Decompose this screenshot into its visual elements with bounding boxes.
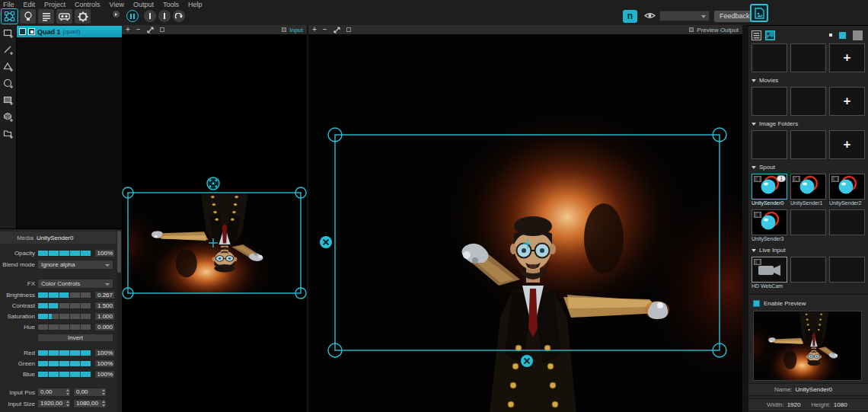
layer-row-quad1[interactable]: Quad 1 (quad)	[17, 26, 122, 37]
edge-handle-left[interactable]	[320, 236, 332, 248]
enable-preview-checkbox[interactable]	[753, 300, 760, 307]
layer-visibility-checkbox[interactable]	[19, 28, 26, 35]
input-canvas-body[interactable]	[122, 34, 307, 412]
actual-size-button[interactable]	[346, 27, 351, 32]
zoom-in-button[interactable]: +	[126, 26, 130, 34]
input-size-y-field[interactable]: 1080,00	[73, 399, 107, 408]
sender-play-button[interactable]	[754, 259, 761, 265]
brightness-value[interactable]: 0.267	[94, 291, 115, 299]
step-back-button[interactable]	[144, 10, 156, 22]
menu-help[interactable]: Help	[188, 1, 203, 8]
menu-edit[interactable]: Edit	[24, 1, 36, 8]
input-pos-y-field[interactable]: 0,00	[73, 388, 107, 397]
preview-canvas-body[interactable]	[308, 34, 742, 412]
actual-size-button[interactable]	[160, 27, 164, 32]
sender-play-button[interactable]	[754, 176, 761, 182]
menu-output[interactable]: Output	[133, 1, 154, 8]
opacity-slider[interactable]	[37, 250, 92, 257]
image-slot-empty[interactable]	[752, 43, 787, 72]
sender-play-button[interactable]	[754, 212, 761, 218]
live-slot-empty[interactable]	[790, 257, 826, 283]
size-small-button[interactable]	[829, 34, 832, 37]
menu-controls[interactable]: Controls	[75, 1, 101, 8]
input-pos-x-field[interactable]: 0,00	[37, 388, 71, 397]
add-ellipse-tool[interactable]	[0, 75, 17, 92]
transform-quad-button[interactable]	[2, 9, 18, 24]
feedback-button[interactable]: Feedback	[714, 11, 755, 22]
section-live-input[interactable]: Live Input	[752, 246, 866, 254]
add-triangle-tool[interactable]	[0, 59, 17, 75]
brightness-slider[interactable]	[37, 292, 92, 299]
spout-slot-empty[interactable]	[790, 209, 826, 235]
movie-slot-empty[interactable]	[790, 87, 826, 116]
add-group-tool[interactable]	[0, 126, 17, 142]
live-input-webcam[interactable]: HD WebCam	[752, 257, 787, 289]
zoom-out-button[interactable]: −	[136, 26, 141, 34]
add-movie-button[interactable]: +	[829, 87, 865, 116]
settings-button[interactable]	[75, 9, 91, 24]
fit-view-icon[interactable]	[147, 27, 154, 34]
spout-sender-0[interactable]: 1 UnitySender0	[752, 174, 787, 206]
blend-mode-dropdown[interactable]: Ignore alpha	[37, 260, 113, 270]
movie-slot-empty[interactable]	[752, 87, 787, 116]
contrast-value[interactable]: 1.500	[94, 302, 115, 310]
edge-handle-bottom[interactable]	[521, 355, 533, 367]
opacity-value[interactable]: 100%	[94, 249, 115, 257]
lamp-button[interactable]	[20, 9, 36, 24]
blue-slider[interactable]	[37, 371, 92, 378]
projector-button[interactable]	[56, 9, 72, 24]
zoom-out-button[interactable]: −	[323, 26, 327, 34]
loop-button[interactable]	[173, 10, 185, 22]
invert-button[interactable]: Invert	[37, 334, 113, 342]
output-select-dropdown[interactable]	[659, 11, 710, 21]
step-forward-button[interactable]	[158, 10, 171, 22]
green-slider[interactable]	[37, 360, 92, 367]
add-mask-tool[interactable]	[0, 92, 17, 109]
spout-sender-1[interactable]: UnitySender1	[790, 174, 826, 206]
green-value[interactable]: 100%	[94, 359, 115, 368]
red-value[interactable]: 100%	[94, 349, 115, 357]
sender-play-button[interactable]	[831, 176, 839, 182]
saturation-value[interactable]: 1.000	[94, 312, 115, 321]
add-quad-tool[interactable]	[0, 25, 17, 42]
section-movies[interactable]: Movies	[752, 76, 866, 85]
zoom-in-button[interactable]: +	[312, 26, 317, 34]
menu-view[interactable]: View	[110, 1, 124, 8]
contrast-slider[interactable]	[37, 302, 92, 309]
add-line-tool[interactable]	[0, 42, 17, 59]
properties-scrollbar[interactable]	[116, 229, 122, 412]
add-3d-object-tool[interactable]	[0, 109, 17, 126]
saturation-slider[interactable]	[37, 313, 92, 320]
fit-view-icon[interactable]	[333, 27, 340, 34]
collapse-arrow-button[interactable]	[113, 11, 120, 18]
section-image-folders[interactable]: Image Folders	[752, 120, 866, 128]
sender-play-button[interactable]	[793, 176, 800, 182]
folder-slot-empty[interactable]	[790, 130, 826, 159]
media-panel-tab[interactable]	[750, 4, 768, 22]
add-image-button[interactable]: +	[829, 43, 865, 72]
ndi-logo[interactable]: n	[623, 10, 637, 23]
visibility-toggle[interactable]	[644, 11, 656, 20]
blue-value[interactable]: 100%	[94, 370, 115, 378]
tab-list-view[interactable]	[752, 30, 761, 40]
live-slot-empty[interactable]	[829, 257, 865, 283]
size-large-button[interactable]	[853, 30, 863, 40]
spout-slot-empty[interactable]	[829, 209, 865, 235]
add-folder-button[interactable]: +	[829, 130, 865, 159]
size-medium-button[interactable]	[839, 32, 846, 39]
folder-slot-empty[interactable]	[752, 130, 787, 159]
hue-value[interactable]: 0.000	[94, 323, 115, 331]
preview-canvas[interactable]: + − Preview Output	[308, 25, 742, 412]
layer-lock-checkbox[interactable]	[28, 28, 35, 35]
menu-file[interactable]: File	[3, 1, 14, 8]
image-slot-empty[interactable]	[790, 43, 826, 72]
spout-sender-2[interactable]: UnitySender2	[829, 174, 865, 206]
fx-dropdown[interactable]: Color Controls	[37, 279, 113, 289]
menu-project[interactable]: Project	[44, 1, 65, 8]
red-slider[interactable]	[37, 350, 92, 356]
tab-thumbnail-view[interactable]	[765, 30, 775, 40]
menu-tools[interactable]: Tools	[163, 1, 179, 8]
hue-slider[interactable]	[37, 324, 92, 331]
spout-sender-3[interactable]: UnitySender3	[752, 209, 787, 242]
layer-list-button[interactable]	[38, 9, 54, 24]
